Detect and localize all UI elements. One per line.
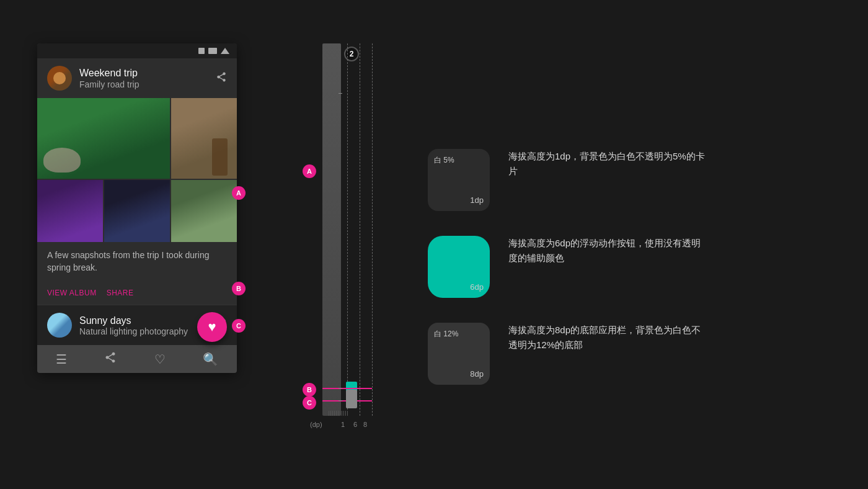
elevation-card-b: 6dp 海拔高度为6dp的浮动动作按钮，使用没有透明度的辅助颜色 bbox=[428, 236, 707, 298]
battery-icon bbox=[221, 48, 229, 54]
axis-8-label: 8 bbox=[363, 421, 367, 428]
elev-c-description: 海拔高度为8dp的底部应用栏，背景色为白色不透明为12%的底部 bbox=[508, 323, 707, 352]
elevation-diagram: A B C (dp) 1 6 8 bbox=[310, 43, 868, 447]
avatar bbox=[47, 66, 72, 91]
bottom-navigation: ☰ ♡ 🔍 bbox=[37, 345, 237, 373]
avatar-image bbox=[47, 66, 72, 91]
card-1: Weekend trip Family road trip A few sn bbox=[37, 58, 237, 305]
elevation-card-a: 白 5% 1dp 海拔高度为1dp，背景色为白色不透明为5%的卡片 bbox=[428, 149, 707, 211]
fab-heart-icon: ♥ bbox=[208, 319, 216, 335]
photo-train bbox=[104, 180, 170, 242]
card-1-subtitle: Family road trip bbox=[79, 79, 208, 89]
elev-b-label-bottom: 6dp bbox=[470, 282, 484, 292]
search-nav-icon[interactable]: 🔍 bbox=[203, 352, 218, 367]
avatar-face bbox=[53, 72, 66, 84]
ruler-gray-highlight bbox=[346, 390, 357, 408]
photo-cattle bbox=[171, 180, 237, 242]
card-1-body: A few snapshots from the trip I took dur… bbox=[37, 242, 237, 281]
card-2-avatar bbox=[47, 313, 72, 338]
card-title-group: Weekend trip Family road trip bbox=[79, 67, 208, 89]
ruler-bar bbox=[322, 43, 341, 416]
signal-icon bbox=[198, 48, 205, 54]
menu-icon[interactable]: ☰ bbox=[56, 352, 67, 367]
axis-1-label: 1 bbox=[341, 421, 345, 428]
phone-label-c: C bbox=[232, 319, 246, 333]
elev-a-label-bottom: 1dp bbox=[470, 195, 484, 205]
elev-visual-c: 白 12% 8dp bbox=[428, 323, 490, 385]
fab-button[interactable]: ♥ bbox=[197, 312, 227, 342]
elev-visual-a: 白 5% 1dp bbox=[428, 149, 490, 211]
phone-label-b: B bbox=[232, 282, 246, 295]
phone-mockup: Weekend trip Family road trip A few sn bbox=[37, 43, 237, 373]
card-1-actions[interactable]: VIEW ALBUM SHARE bbox=[37, 281, 237, 305]
heart-nav-icon[interactable]: ♡ bbox=[154, 352, 166, 367]
elev-c-label-top: 白 12% bbox=[434, 329, 458, 339]
card-1-header: Weekend trip Family road trip bbox=[37, 58, 237, 98]
dashed-line-3 bbox=[372, 43, 373, 416]
diagram-label-b: B bbox=[303, 383, 316, 397]
photo-wall bbox=[171, 98, 237, 179]
bottom-ticks bbox=[329, 411, 348, 416]
elev-a-description: 海拔高度为1dp，背景色为白色不透明为5%的卡片 bbox=[508, 149, 707, 179]
wifi-icon bbox=[208, 48, 217, 54]
photo-purple bbox=[37, 180, 103, 242]
phone-label-a: A bbox=[232, 186, 246, 200]
card-2-title-group: Sunny days Natural lighting photography bbox=[79, 315, 208, 336]
pink-line-b bbox=[322, 388, 372, 389]
tick-6dp bbox=[339, 388, 342, 388]
dashed-line-2 bbox=[360, 43, 360, 416]
card-2-title: Sunny days bbox=[79, 315, 208, 326]
elev-b-description: 海拔高度为6dp的浮动动作按钮，使用没有透明度的辅助颜色 bbox=[508, 236, 707, 266]
card-2-subtitle: Natural lighting photography bbox=[79, 326, 208, 336]
view-album-button[interactable]: VIEW ALBUM bbox=[45, 286, 99, 300]
diagram-label-a: A bbox=[303, 164, 316, 178]
share-nav-icon[interactable] bbox=[104, 351, 117, 367]
diagram-section: A B C (dp) 1 6 8 bbox=[310, 43, 868, 447]
elev-a-label-top: 白 5% bbox=[434, 155, 454, 166]
ruler-container: A B C (dp) 1 6 8 bbox=[310, 43, 391, 428]
share-button[interactable]: SHARE bbox=[104, 286, 136, 300]
axis-6-label: 6 bbox=[353, 421, 357, 428]
elev-c-label-bottom: 8dp bbox=[470, 369, 484, 379]
tick-1dp bbox=[339, 93, 342, 94]
diagram-label-c: C bbox=[303, 396, 316, 410]
axis-dp-label: (dp) bbox=[310, 421, 322, 428]
elevation-card-c: 白 12% 8dp 海拔高度为8dp的底部应用栏，背景色为白色不透明为12%的底… bbox=[428, 323, 707, 385]
elevation-cards: 白 5% 1dp 海拔高度为1dp，背景色为白色不透明为5%的卡片 6dp 海拔… bbox=[428, 149, 707, 385]
photo-grid bbox=[37, 98, 237, 242]
status-bar bbox=[37, 43, 237, 58]
photo-pig bbox=[37, 98, 170, 179]
tick-8dp bbox=[339, 400, 342, 401]
share-icon[interactable] bbox=[216, 71, 227, 86]
card-1-title: Weekend trip bbox=[79, 67, 208, 79]
dashed-line-1 bbox=[347, 43, 348, 416]
elev-visual-b: 6dp bbox=[428, 236, 490, 298]
